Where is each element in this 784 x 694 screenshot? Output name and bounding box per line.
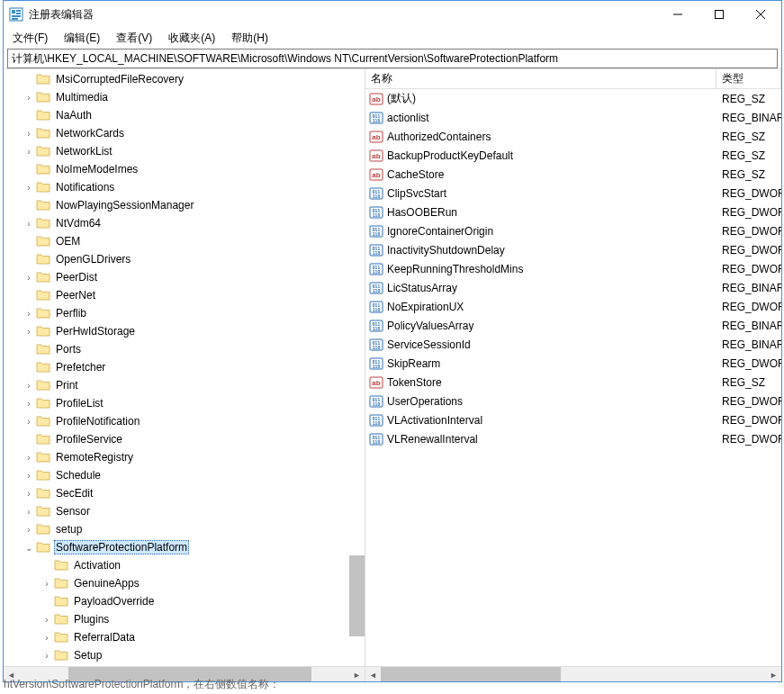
value-list[interactable]: ab(默认)REG_SZ011110actionlistREG_BINARYab… <box>365 89 781 666</box>
menu-favorites[interactable]: 收藏夹(A) <box>165 29 219 48</box>
chevron-right-icon[interactable]: › <box>22 219 36 229</box>
value-name: HasOOBERun <box>386 206 716 219</box>
tree-item[interactable]: ›NetworkList <box>4 142 365 160</box>
menu-edit[interactable]: 编辑(E) <box>60 29 104 48</box>
list-row[interactable]: 011110IgnoreContainerOriginREG_DWORD <box>365 221 781 240</box>
tree-item[interactable]: ›SecEdit <box>4 484 365 502</box>
tree-item[interactable]: ›NetworkCards <box>4 124 365 142</box>
value-type: REG_SZ <box>716 131 781 143</box>
tree-item[interactable]: MsiCorruptedFileRecovery <box>4 70 365 88</box>
tree-item[interactable]: ›Plugins <box>4 610 365 628</box>
list-row[interactable]: 011110UserOperationsREG_DWORD <box>365 392 781 410</box>
tree-vscroll-thumb[interactable] <box>349 555 365 636</box>
chevron-right-icon[interactable]: › <box>22 93 36 103</box>
folder-icon <box>36 252 50 266</box>
tree-item-label: ProfileService <box>54 432 124 446</box>
tree-item[interactable]: Activation <box>4 556 365 574</box>
list-row[interactable]: 011110HasOOBERunREG_DWORD <box>365 203 781 221</box>
tree-item[interactable]: ›ProfileNotification <box>4 412 365 430</box>
chevron-right-icon[interactable]: › <box>22 417 36 427</box>
list-row[interactable]: abTokenStoreREG_SZ <box>365 373 781 392</box>
svg-text:110: 110 <box>373 269 381 275</box>
tree-item[interactable]: PayloadOverride <box>4 592 365 610</box>
tree-item[interactable]: NaAuth <box>4 106 365 124</box>
list-row[interactable]: abAuthorizedContainersREG_SZ <box>365 127 781 146</box>
chevron-right-icon[interactable]: › <box>40 633 54 643</box>
chevron-right-icon[interactable]: › <box>22 489 36 499</box>
tree-item-label: NowPlayingSessionManager <box>54 198 195 212</box>
tree-item[interactable]: ›GenuineApps <box>4 574 365 592</box>
tree-item[interactable]: ›RemoteRegistry <box>4 448 365 466</box>
svg-rect-5 <box>12 18 18 20</box>
tree-item[interactable]: PeerNet <box>4 286 365 304</box>
tree-item[interactable]: ›ReferralData <box>4 628 365 646</box>
chevron-right-icon[interactable]: › <box>22 525 36 535</box>
svg-text:110: 110 <box>373 212 381 218</box>
list-row[interactable]: 011110VLRenewalIntervalREG_DWORD <box>365 429 781 448</box>
list-row[interactable]: 011110NoExpirationUXREG_DWORD <box>365 297 781 316</box>
chevron-right-icon[interactable]: › <box>22 453 36 463</box>
list-row[interactable]: 011110actionlistREG_BINARY <box>365 108 781 127</box>
chevron-right-icon[interactable]: › <box>22 381 36 391</box>
minimize-button[interactable] <box>657 1 698 28</box>
tree-item[interactable]: ›Schedule <box>4 466 365 484</box>
tree-item[interactable]: Ports <box>4 340 365 358</box>
list-row[interactable]: 011110ClipSvcStartREG_DWORD <box>365 184 781 203</box>
tree-item[interactable]: NoImeModeImes <box>4 160 365 178</box>
tree-item-label: Setup <box>72 648 104 662</box>
tree-item[interactable]: OpenGLDrivers <box>4 250 365 268</box>
chevron-right-icon[interactable]: › <box>22 327 36 337</box>
chevron-right-icon[interactable]: › <box>22 309 36 319</box>
tree-item[interactable]: ›Sensor <box>4 502 365 520</box>
tree-item[interactable]: ›setup <box>4 520 365 538</box>
tree-item[interactable]: ›Multimedia <box>4 88 365 106</box>
value-type: REG_BINARY <box>716 282 781 294</box>
menu-view[interactable]: 查看(V) <box>113 29 156 48</box>
col-header-type[interactable]: 类型 <box>716 69 781 88</box>
tree-item[interactable]: ⌄SoftwareProtectionPlatform <box>4 538 365 556</box>
tree-item[interactable]: ›Notifications <box>4 178 365 196</box>
chevron-right-icon[interactable]: › <box>22 273 36 283</box>
tree-item[interactable]: ›Setup <box>4 646 365 664</box>
list-row[interactable]: abCacheStoreREG_SZ <box>365 165 781 184</box>
tree-item[interactable]: ›Print <box>4 376 365 394</box>
list-row[interactable]: abBackupProductKeyDefaultREG_SZ <box>365 146 781 165</box>
col-header-name[interactable]: 名称 <box>365 69 716 88</box>
folder-icon <box>36 90 50 104</box>
tree-item[interactable]: ›NtVdm64 <box>4 214 365 232</box>
list-row[interactable]: 011110KeepRunningThresholdMinsREG_DWORD <box>365 259 781 278</box>
tree-item[interactable]: OEM <box>4 232 365 250</box>
list-row[interactable]: 011110LicStatusArrayREG_BINARY <box>365 278 781 297</box>
address-bar[interactable]: 计算机\HKEY_LOCAL_MACHINE\SOFTWARE\Microsof… <box>7 49 778 68</box>
chevron-right-icon[interactable]: › <box>22 399 36 409</box>
tree-item[interactable]: ProfileService <box>4 430 365 448</box>
list-row[interactable]: 011110VLActivationIntervalREG_DWORD <box>365 410 781 429</box>
menu-help[interactable]: 帮助(H) <box>228 29 272 48</box>
tree-item[interactable]: ›PeerDist <box>4 268 365 286</box>
close-button[interactable] <box>740 1 781 28</box>
chevron-right-icon[interactable]: › <box>22 129 36 139</box>
chevron-right-icon[interactable]: › <box>22 147 36 157</box>
chevron-right-icon[interactable]: › <box>22 471 36 481</box>
maximize-button[interactable] <box>698 1 740 28</box>
tree-item[interactable]: ›ProfileList <box>4 394 365 412</box>
tree-item-label: SoftwareProtectionPlatform <box>54 540 189 554</box>
chevron-right-icon[interactable]: › <box>22 183 36 193</box>
tree-item[interactable]: ›Perflib <box>4 304 365 322</box>
list-row[interactable]: 011110InactivityShutdownDelayREG_DWORD <box>365 240 781 259</box>
tree-view[interactable]: MsiCorruptedFileRecovery›MultimediaNaAut… <box>4 69 365 666</box>
list-row[interactable]: 011110ServiceSessionIdREG_BINARY <box>365 335 781 354</box>
list-row[interactable]: 011110PolicyValuesArrayREG_BINARY <box>365 316 781 335</box>
tree-item[interactable]: Prefetcher <box>4 358 365 376</box>
tree-item-label: SecEdit <box>54 486 95 500</box>
list-row[interactable]: 011110SkipRearmREG_DWORD <box>365 354 781 373</box>
chevron-down-icon[interactable]: ⌄ <box>22 543 36 553</box>
chevron-right-icon[interactable]: › <box>40 615 54 625</box>
list-row[interactable]: ab(默认)REG_SZ <box>365 89 781 108</box>
chevron-right-icon[interactable]: › <box>22 507 36 517</box>
chevron-right-icon[interactable]: › <box>40 579 54 589</box>
tree-item[interactable]: ›PerHwIdStorage <box>4 322 365 340</box>
tree-item[interactable]: NowPlayingSessionManager <box>4 196 365 214</box>
chevron-right-icon[interactable]: › <box>40 651 54 661</box>
menu-file[interactable]: 文件(F) <box>9 29 51 48</box>
